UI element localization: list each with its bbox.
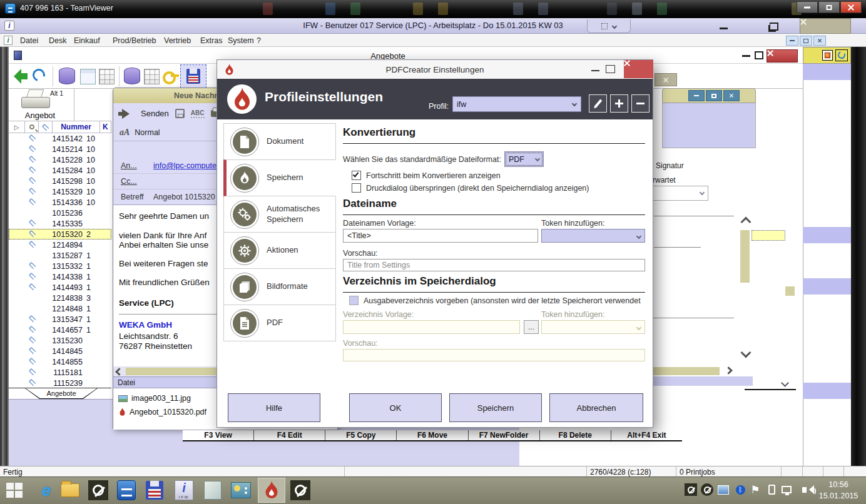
taskbar-file-explorer[interactable] bbox=[59, 480, 81, 501]
tray-network-icon[interactable] bbox=[780, 483, 793, 496]
add-profile-button[interactable] bbox=[610, 94, 628, 113]
attachment-name[interactable]: image003_11.jpg bbox=[131, 394, 191, 403]
table-row[interactable]: 1414338 1 bbox=[9, 271, 111, 282]
column-nummer[interactable]: Nummer bbox=[53, 121, 100, 133]
ifw-restore-button[interactable] bbox=[770, 23, 778, 31]
tray-flag-icon[interactable]: ⚑ bbox=[748, 483, 762, 496]
taskbar-david-client[interactable] bbox=[88, 480, 109, 501]
recipient-address[interactable]: info@lpc-computer.d bbox=[153, 161, 225, 170]
ok-button[interactable]: OK bbox=[349, 393, 442, 422]
attachment-name[interactable]: Angebot_1015320.pdf bbox=[130, 408, 206, 416]
dialog-maximize-button[interactable] bbox=[606, 65, 615, 73]
function-key[interactable]: F4 Edit bbox=[253, 430, 325, 440]
record-button[interactable] bbox=[822, 50, 833, 61]
token-select[interactable] bbox=[541, 229, 645, 243]
background-dropdown[interactable] bbox=[651, 186, 708, 201]
taskbar-david-client-2[interactable] bbox=[290, 480, 311, 501]
dialog-close-button[interactable] bbox=[624, 60, 653, 78]
function-key[interactable]: F7 NewFolder bbox=[468, 430, 539, 440]
scroll-left-arrow[interactable] bbox=[115, 368, 123, 376]
format-select[interactable]: Normal bbox=[135, 128, 160, 137]
tray-volume-icon[interactable] bbox=[797, 483, 811, 496]
rename-profile-button[interactable] bbox=[589, 94, 607, 113]
mdi-restore-button[interactable] bbox=[800, 36, 812, 46]
ifw-minimize-button[interactable] bbox=[720, 28, 728, 29]
table-row[interactable]: 1415329 10 bbox=[9, 186, 111, 197]
table-row[interactable]: 1414855 bbox=[9, 356, 111, 367]
mdi-close-button[interactable] bbox=[813, 36, 826, 46]
nav-aktionen[interactable]: Aktionen bbox=[223, 232, 336, 269]
start-button[interactable] bbox=[6, 483, 24, 499]
output-dir-checkbox-label[interactable]: Ausgabeverzeichnis vorgeben (ansonsten w… bbox=[364, 296, 641, 305]
maximize-button[interactable] bbox=[818, 1, 840, 13]
menu-prod-betrieb[interactable]: Prod/Betrieb bbox=[113, 36, 156, 45]
menu-vertrieb[interactable]: Vertrieb bbox=[164, 36, 191, 45]
skip-dialog-checkbox[interactable] bbox=[352, 183, 361, 193]
search-column[interactable] bbox=[25, 121, 39, 133]
tray-app-icon[interactable] bbox=[700, 483, 714, 496]
menu-datei[interactable]: Datei bbox=[20, 36, 38, 45]
function-key[interactable]: F5 Copy bbox=[325, 430, 396, 440]
table-row[interactable]: 1214838 3 bbox=[9, 293, 111, 303]
cc-label[interactable]: Cc... bbox=[113, 177, 153, 186]
row-marker-column[interactable]: ▷ bbox=[9, 121, 25, 133]
side-panel-row[interactable] bbox=[803, 64, 851, 80]
refresh-button[interactable] bbox=[835, 49, 848, 61]
nav-dokument[interactable]: Dokument bbox=[223, 123, 336, 160]
angebote-restore-button[interactable] bbox=[755, 51, 763, 59]
database-icon[interactable] bbox=[59, 68, 75, 84]
table-row[interactable]: 1315347 1 bbox=[9, 314, 111, 325]
table-row[interactable]: 1214894 bbox=[9, 239, 111, 250]
tray-device-icon[interactable] bbox=[765, 483, 778, 496]
skip-dialog-checkbox-label[interactable]: Druckdialog überspringen (direkt den Spe… bbox=[366, 184, 589, 193]
document-list-icon[interactable] bbox=[80, 69, 96, 84]
table-row[interactable]: 1514336 10 bbox=[9, 197, 111, 208]
progress-checkbox-label[interactable]: Fortschritt beim Konvertieren anzeigen bbox=[366, 171, 501, 180]
save-draft-icon[interactable] bbox=[175, 109, 185, 118]
taskbar-pdfcreator-active[interactable] bbox=[258, 478, 285, 503]
betreff-value[interactable]: Angebot 1015320 bbox=[153, 193, 215, 201]
angebote-close-button[interactable] bbox=[767, 49, 798, 63]
table-row[interactable]: 1315332 1 bbox=[9, 261, 111, 271]
format-select[interactable]: PDF bbox=[504, 151, 544, 167]
minimize-button[interactable] bbox=[797, 1, 818, 13]
tray-computer-icon[interactable] bbox=[716, 483, 730, 496]
progress-checkbox[interactable] bbox=[352, 171, 361, 180]
tray-david-icon[interactable] bbox=[684, 483, 698, 496]
table-row[interactable]: 1415228 10 bbox=[9, 154, 111, 165]
restore-button[interactable] bbox=[706, 90, 722, 101]
nav-bildformate[interactable]: Bildformate bbox=[223, 268, 336, 305]
table-row[interactable]: 1415142 10 bbox=[9, 133, 111, 144]
table-row[interactable]: 1315287 1 bbox=[9, 250, 111, 261]
taskbar-ifw[interactable]: iIFW bbox=[173, 480, 195, 501]
menu-einkauf[interactable]: Einkauf bbox=[74, 36, 100, 45]
close-button[interactable] bbox=[840, 1, 862, 13]
profil-select[interactable]: ifw bbox=[452, 96, 581, 112]
function-key[interactable]: Alt+F4 Exit bbox=[611, 430, 682, 440]
taskbar-save-tool[interactable] bbox=[144, 480, 165, 501]
scrollbar-thumb[interactable] bbox=[126, 368, 220, 375]
function-key[interactable]: F8 Delete bbox=[539, 430, 611, 440]
nav-speichern[interactable]: Speichern bbox=[223, 159, 336, 196]
key-icon[interactable] bbox=[163, 71, 179, 80]
mdi-minimize-button[interactable] bbox=[786, 36, 798, 46]
chevron-down-icon[interactable] bbox=[612, 23, 617, 28]
hilfe-button[interactable]: Hilfe bbox=[228, 393, 320, 422]
attachment-column[interactable] bbox=[39, 121, 53, 133]
print-angebot-button-label[interactable]: Angebot bbox=[9, 111, 71, 120]
database-settings-icon[interactable] bbox=[124, 68, 140, 84]
taskbar-teamviewer[interactable] bbox=[116, 480, 137, 501]
nav-automatisches-speichern[interactable]: Automatisches Speichern bbox=[223, 196, 336, 233]
table-row[interactable]: 1414845 bbox=[9, 346, 111, 356]
ifw-close-button[interactable] bbox=[800, 18, 851, 34]
menu-desk[interactable]: Desk bbox=[49, 36, 66, 45]
menu-system[interactable]: System bbox=[228, 36, 254, 45]
table-row[interactable]: 1414493 1 bbox=[9, 282, 111, 293]
dialog-minimize-button[interactable] bbox=[591, 70, 599, 71]
menu-help[interactable]: ? bbox=[257, 36, 261, 45]
table-row[interactable]: 1115181 bbox=[9, 367, 111, 378]
dialog-titlebar[interactable]: PDFCreator Einstellungen bbox=[217, 60, 653, 79]
remove-profile-button[interactable] bbox=[631, 94, 650, 113]
expand-icon[interactable] bbox=[601, 23, 608, 29]
table-row[interactable]: 1315230 bbox=[9, 335, 111, 346]
